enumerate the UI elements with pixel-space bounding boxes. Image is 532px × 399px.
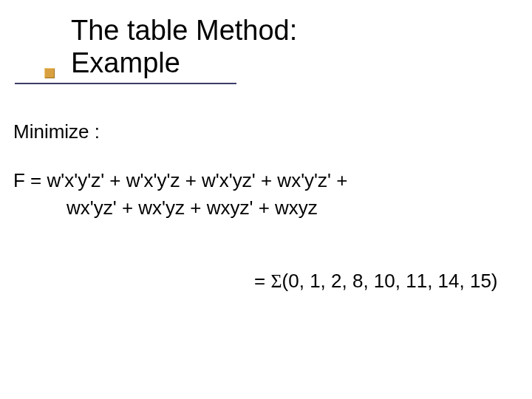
slide-title: The table Method: Example: [71, 15, 297, 79]
minimize-label: Minimize :: [13, 118, 519, 146]
sigma-list: (0, 1, 2, 8, 10, 11, 14, 15): [282, 270, 498, 292]
slide-body: Minimize : F = w'x'y'z' + w'x'y'z + w'x'…: [13, 118, 519, 222]
expression-line-2: wx'yz' + wx'yz + wxyz' + wxyz: [13, 194, 519, 222]
title-bullet: [44, 68, 55, 78]
expression-line-1: F = w'x'y'z' + w'x'y'z + w'x'yz' + wx'y'…: [13, 167, 519, 195]
sigma-expression: = Σ(0, 1, 2, 8, 10, 11, 14, 15): [254, 270, 498, 293]
sigma-prefix: =: [254, 270, 270, 292]
title-line-2: Example: [71, 47, 297, 80]
slide: The table Method: Example Minimize : F =…: [0, 0, 532, 399]
title-line-1: The table Method:: [71, 15, 297, 47]
title-underline: [15, 83, 236, 84]
sigma-symbol: Σ: [270, 270, 282, 292]
